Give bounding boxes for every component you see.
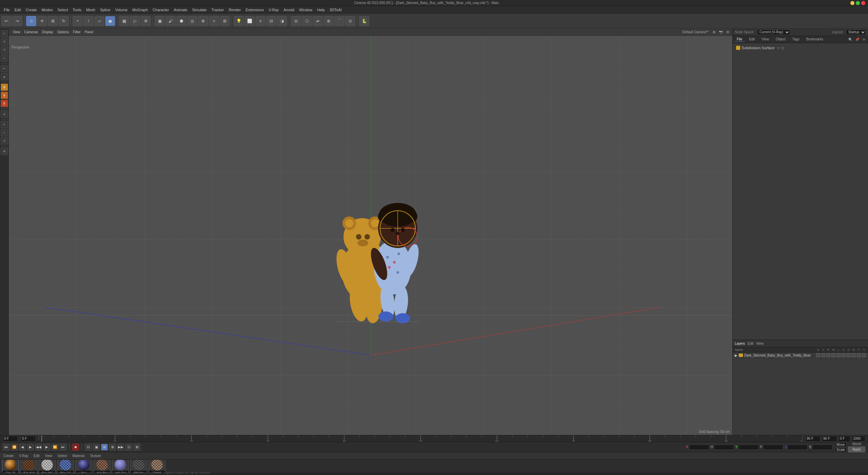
attr-tab-edit[interactable]: Edit	[746, 37, 757, 42]
layer-icon-v[interactable]	[821, 353, 825, 357]
timeline-ruler[interactable]: // Timeline ticks rendered via JS below …	[39, 435, 803, 442]
menu-simulate[interactable]: Simulate	[190, 7, 209, 13]
layers-tab-view[interactable]: View	[756, 342, 764, 345]
menu-mograph[interactable]: MoGraph	[130, 7, 150, 13]
mat-tab-select[interactable]: Select	[56, 453, 68, 458]
menu-tracker[interactable]: Tracker	[209, 7, 226, 13]
close-button[interactable]	[861, 1, 865, 5]
btn-mode-7[interactable]: ⊠	[134, 444, 140, 451]
tool-ik[interactable]: ⊙	[1, 137, 8, 145]
mat-tab-view[interactable]: View	[43, 453, 54, 458]
node-space-dropdown[interactable]: Current (V-Ray)	[757, 30, 790, 35]
tool-material2[interactable]: $	[1, 92, 8, 99]
coord-h-input[interactable]	[714, 444, 734, 450]
menu-create[interactable]: Create	[23, 7, 39, 13]
viewport-view-btn[interactable]: View	[11, 30, 22, 34]
btn-mode-3[interactable]: ⊠	[101, 444, 108, 451]
btn-mode-1[interactable]: ⊟	[85, 444, 92, 451]
layer-icon-m[interactable]	[831, 353, 835, 357]
toolbar-light[interactable]: 💡	[234, 16, 244, 26]
menu-file[interactable]: File	[1, 7, 12, 13]
menu-render[interactable]: Render	[226, 7, 243, 13]
menu-animate[interactable]: Animate	[171, 7, 190, 13]
btn-mode-6[interactable]: ⊡	[125, 444, 132, 451]
apply-button[interactable]: Apply	[848, 446, 865, 452]
viewport-icon-camera[interactable]: 📷	[718, 30, 724, 35]
btn-mode-4[interactable]: ⊠	[109, 444, 116, 451]
toolbar-camera-top[interactable]: ⬜	[244, 16, 255, 26]
menu-mesh[interactable]: Mesh	[84, 7, 98, 13]
mat-tab-material[interactable]: Material	[71, 453, 86, 458]
btn-play[interactable]: ▶	[27, 444, 34, 451]
layer-icon-t[interactable]	[857, 353, 861, 357]
toolbar-sim[interactable]: ◎	[187, 16, 197, 26]
btn-mode-5[interactable]: ▶▶	[117, 444, 124, 451]
coord-p-input[interactable]	[763, 444, 783, 450]
mat-tab-edit[interactable]: Edit	[32, 453, 41, 458]
tool-select[interactable]: ↖	[1, 30, 8, 37]
mat-thumb-2[interactable]: Boy_bod	[20, 460, 37, 473]
layer-icon-s[interactable]	[816, 353, 820, 357]
frame-input-3[interactable]	[839, 436, 850, 442]
viewport-icon-maximize[interactable]: ⊞	[711, 30, 717, 35]
toolbar-live-selection[interactable]: ⊙	[26, 16, 36, 26]
layers-tab-edit[interactable]: Edit	[748, 342, 753, 345]
toolbar-grid[interactable]: ⊞	[220, 16, 230, 26]
btn-go-start[interactable]: ⏮	[3, 444, 9, 451]
coord-y-input[interactable]	[738, 444, 759, 450]
attr-tab-object[interactable]: Object	[773, 37, 788, 42]
toolbar-render-view[interactable]: ▷	[130, 16, 140, 26]
menu-select[interactable]: Select	[55, 7, 71, 13]
menu-volume[interactable]: Volume	[113, 7, 130, 13]
tool-poly-pen[interactable]: ✏	[1, 65, 8, 72]
current-frame-input[interactable]	[3, 436, 18, 442]
tool-extrude2[interactable]: ▲	[1, 73, 8, 80]
attr-pin-icon[interactable]: 📌	[854, 37, 860, 42]
layer-icon-l[interactable]	[836, 353, 841, 357]
layer-icon-r[interactable]	[826, 353, 830, 357]
toolbar-boole[interactable]: ⊖	[291, 16, 301, 26]
layer-icon-d[interactable]	[852, 353, 856, 357]
coord-x-input[interactable]	[689, 444, 709, 450]
menu-spline[interactable]: Spline	[98, 7, 113, 13]
viewport-options-btn[interactable]: Options	[55, 30, 71, 34]
btn-go-end[interactable]: ⏭	[60, 444, 66, 451]
coord-scale-dropdown[interactable]: Scale	[835, 448, 847, 452]
toolbar-scale[interactable]: ⊞	[48, 16, 58, 26]
mat-thumb-4[interactable]: Boy_clot	[57, 460, 74, 473]
menu-extensions[interactable]: Extensions	[243, 7, 266, 13]
toolbar-model-mode[interactable]: ◼	[105, 16, 115, 26]
layer-icon-g[interactable]	[847, 353, 851, 357]
menu-help[interactable]: Help	[315, 7, 327, 13]
toolbar-rotate[interactable]: ↻	[59, 16, 69, 26]
btn-prev-frame[interactable]: ◀	[19, 444, 26, 451]
menu-character[interactable]: Character	[150, 7, 171, 13]
mat-tab-texture[interactable]: Texture	[88, 453, 102, 458]
toolbar-extrude[interactable]: ⬡	[302, 16, 312, 26]
menu-arnold[interactable]: Arnold	[281, 7, 297, 13]
toolbar-paint-brush[interactable]: 🖌	[165, 16, 176, 26]
coord-move-dropdown[interactable]: Move	[835, 442, 847, 447]
menu-modes[interactable]: Modes	[39, 7, 55, 13]
mat-tab-vray[interactable]: V-Ray	[18, 453, 29, 458]
mat-thumb-9[interactable]: Thread	[149, 460, 165, 473]
tool-material3[interactable]: $	[1, 100, 8, 107]
tool-layers2[interactable]: ≡	[1, 121, 8, 128]
toolbar-object-manager[interactable]: ⊟	[266, 16, 276, 26]
btn-play-reverse[interactable]: ◀◀	[35, 444, 42, 451]
layers-tab-layers[interactable]: Layers	[735, 342, 745, 345]
toolbar-move[interactable]: ✛	[37, 16, 47, 26]
toolbar-morph[interactable]: ⊗	[198, 16, 208, 26]
tool-move2[interactable]: ✛	[1, 38, 8, 45]
mat-thumb-7[interactable]: mat_Nor	[112, 460, 129, 473]
end-frame-input-2[interactable]	[822, 436, 837, 442]
mat-thumb-6[interactable]: mat_Boo	[94, 460, 111, 473]
mat-tab-create[interactable]: Create	[2, 453, 15, 458]
layer-icon-a[interactable]	[842, 353, 846, 357]
btn-mode-2[interactable]: ▣	[93, 444, 100, 451]
toolbar-extra1[interactable]: ⊕	[323, 16, 334, 26]
viewport-panel-btn[interactable]: Panel	[83, 30, 96, 34]
viewport-3d[interactable]: View Cameras Display Options Filter Pane…	[9, 28, 732, 435]
menu-3dtoai[interactable]: 3DToAI	[327, 7, 344, 13]
window-controls[interactable]	[850, 1, 865, 5]
